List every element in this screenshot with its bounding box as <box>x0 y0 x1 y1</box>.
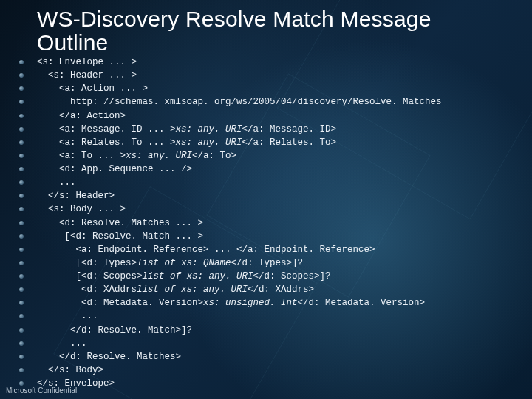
footer-label: Microsoft Confidential <box>6 386 77 395</box>
code-text: <d: Resolve. Matches ... > <box>37 218 203 228</box>
code-italic: list of xs: any. URI <box>143 271 253 282</box>
code-text: ... <box>37 338 87 349</box>
code-text: </s: Header> <box>37 191 115 201</box>
title-line1: WS-Discovery Resolve Match Message <box>37 7 432 31</box>
code-text: </s: Body> <box>37 365 103 375</box>
code-line: <d: XAddrslist of xs: any. URI</d: XAddr… <box>37 283 517 296</box>
code-text: <a: Action ... > <box>37 83 148 94</box>
code-text: </a: To> <box>192 151 236 161</box>
code-text: [<d: Scopes> <box>37 271 143 282</box>
code-text: <a: Relates. To ... > <box>37 137 176 148</box>
code-text: </d: Resolve. Match>]? <box>37 325 192 335</box>
code-line: </d: Resolve. Match>]? <box>37 324 517 337</box>
code-line: <s: Envelope ... > <box>37 55 517 69</box>
code-line: <d: Resolve. Matches ... > <box>37 216 517 230</box>
code-italic: list of xs: any. URI <box>137 284 248 295</box>
code-line: </s: Envelope> <box>37 377 517 390</box>
code-text: </d: Resolve. Matches> <box>37 352 181 362</box>
code-line: ... <box>37 310 517 323</box>
code-text: </d: XAddrs> <box>248 284 314 295</box>
code-line: <a: To ... >xs: any. URI</a: To> <box>37 149 517 163</box>
slide-content: WS-Discovery Resolve Match Message Outli… <box>0 0 532 399</box>
code-text: </a: Action> <box>37 111 126 121</box>
code-line: [<d: Scopes>list of xs: any. URI</d: Sco… <box>37 270 517 283</box>
code-text: http: //schemas. xmlsoap. org/ws/2005/04… <box>37 97 442 107</box>
code-line: http: //schemas. xmlsoap. org/ws/2005/04… <box>37 95 517 109</box>
code-italic: xs: any. URI <box>126 151 192 161</box>
code-text: ... <box>37 311 98 321</box>
code-outline: <s: Envelope ... > <s: Header ... > <a: … <box>37 55 517 390</box>
code-line: </d: Resolve. Matches> <box>37 350 517 364</box>
code-italic: xs: unsigned. Int <box>203 298 298 308</box>
code-text: </d: Types>]? <box>231 258 304 268</box>
code-text: </d: Metadata. Version> <box>298 298 426 308</box>
code-line: <a: Action ... > <box>37 82 517 95</box>
code-text: <a: Message. ID ... > <box>37 124 176 134</box>
code-text: <s: Header ... > <box>37 70 137 81</box>
code-line: </a: Action> <box>37 109 517 123</box>
code-line: [<d: Resolve. Match ... > <box>37 230 517 243</box>
code-line: ... <box>37 176 517 189</box>
code-line: <s: Body ... > <box>37 202 517 216</box>
code-line: <d: Metadata. Version>xs: unsigned. Int<… <box>37 296 517 310</box>
code-text: </a: Message. ID> <box>242 124 337 134</box>
code-text: <a: Endpoint. Reference> ... </a: Endpoi… <box>37 245 375 255</box>
code-italic: xs: any. URI <box>176 124 242 134</box>
code-line: <a: Endpoint. Reference> ... </a: Endpoi… <box>37 243 517 256</box>
code-text: [<d: Resolve. Match ... > <box>37 231 203 242</box>
code-text: <a: To ... > <box>37 151 126 161</box>
code-text: ... <box>37 177 76 188</box>
code-line: </s: Body> <box>37 364 517 377</box>
code-text: <d: App. Sequence ... /> <box>37 164 192 174</box>
code-line: <s: Header ... > <box>37 69 517 82</box>
title-line2: Outline <box>37 30 108 55</box>
code-line: [<d: Types>list of xs: QName</d: Types>]… <box>37 256 517 270</box>
code-line: <a: Relates. To ... >xs: any. URI</a: Re… <box>37 136 517 149</box>
code-text: <s: Envelope ... > <box>37 57 137 67</box>
slide-title: WS-Discovery Resolve Match Message Outli… <box>37 7 517 54</box>
code-line: <d: App. Sequence ... /> <box>37 163 517 176</box>
code-line: </s: Header> <box>37 189 517 202</box>
code-italic: list of xs: QName <box>137 258 231 268</box>
code-line: ... <box>37 337 517 350</box>
code-text: <d: XAddrs <box>37 284 137 295</box>
code-text: <d: Metadata. Version> <box>37 298 203 308</box>
code-text: [<d: Types> <box>37 258 137 268</box>
code-text: <s: Body ... > <box>37 204 126 214</box>
code-italic: xs: any. URI <box>176 137 242 148</box>
code-line: <a: Message. ID ... >xs: any. URI</a: Me… <box>37 123 517 136</box>
code-text: </a: Relates. To> <box>242 137 337 148</box>
code-text: </d: Scopes>]? <box>253 271 331 282</box>
